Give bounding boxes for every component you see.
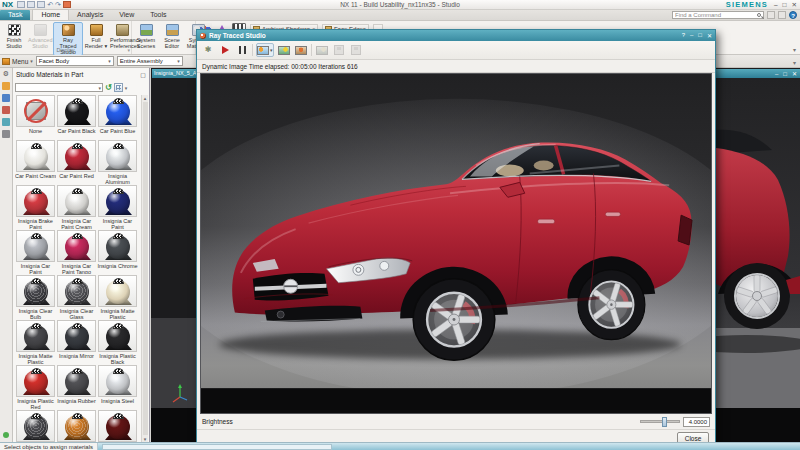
restore-icon[interactable]: □ bbox=[783, 1, 787, 9]
dialog-window-controls: ?–□✕ bbox=[682, 32, 712, 39]
close-icon[interactable]: ✕ bbox=[792, 1, 797, 9]
image-quality-icon[interactable] bbox=[277, 43, 291, 57]
ribbon-tabs: TaskHomeAnalysisViewTools bbox=[0, 10, 175, 20]
dialog-title-bar[interactable]: Ray Traced Studio ?–□✕ bbox=[197, 30, 715, 41]
material-swatch[interactable]: Insignia Brake Paint bbox=[15, 185, 56, 230]
tab-home[interactable]: Home bbox=[32, 9, 69, 20]
material-swatch[interactable]: Insignia Steel bbox=[97, 365, 138, 410]
material-swatch[interactable]: Insignia Clear Glass bbox=[56, 275, 97, 320]
ray-traced-studio-dialog[interactable]: Ray Traced Studio ?–□✕ ✱▾ Dynamic Image … bbox=[196, 29, 716, 447]
checker-cap-icon bbox=[113, 413, 124, 419]
reuse-library-icon[interactable] bbox=[2, 130, 10, 138]
online-status-icon bbox=[3, 432, 9, 438]
material-filter-dropdown[interactable]: ▾ bbox=[15, 83, 103, 92]
chevron-down-icon[interactable]: ▾ bbox=[125, 85, 128, 91]
start-render-icon[interactable] bbox=[218, 43, 232, 57]
save-all-icon[interactable] bbox=[37, 1, 45, 8]
window-list-icon[interactable] bbox=[767, 11, 775, 19]
material-swatch[interactable]: Insignia Clear Bulb bbox=[15, 275, 56, 320]
brightness-slider[interactable] bbox=[640, 420, 680, 423]
tab-tools[interactable]: Tools bbox=[142, 10, 174, 20]
image-display-icon[interactable] bbox=[294, 43, 308, 57]
material-swatch[interactable]: Car Paint Blue bbox=[97, 95, 138, 140]
material-swatch[interactable]: Insignia Aluminum bbox=[97, 140, 138, 185]
pause-render-icon[interactable] bbox=[235, 43, 249, 57]
minimize-icon[interactable]: – bbox=[774, 1, 778, 9]
material-swatch[interactable]: Insignia Car Paint Tango bbox=[56, 230, 97, 275]
material-swatch[interactable] bbox=[15, 410, 56, 442]
scroll-track[interactable] bbox=[143, 102, 148, 435]
history-palette-icon[interactable] bbox=[2, 118, 10, 126]
part-navigator-icon[interactable] bbox=[2, 82, 10, 90]
material-swatch[interactable]: Insignia Matte Plastic bbox=[97, 275, 138, 320]
system-scenes-button[interactable]: System Scenes bbox=[133, 22, 159, 50]
full-render-icon bbox=[90, 24, 103, 36]
render-options-icon[interactable]: ✱ bbox=[201, 43, 215, 57]
selection-scope-dropdown[interactable]: Entire Assembly▾ bbox=[117, 56, 183, 66]
maximize-icon[interactable]: □ bbox=[783, 71, 787, 77]
tab-view[interactable]: View bbox=[111, 10, 142, 20]
render-image bbox=[200, 73, 712, 414]
view-mode-icon[interactable] bbox=[114, 83, 123, 92]
material-swatch[interactable]: Insignia Car Paint bbox=[97, 185, 138, 230]
panel-undock-icon[interactable]: ▢ bbox=[140, 71, 146, 78]
material-swatch[interactable]: Insignia Car Paint Cream bbox=[56, 185, 97, 230]
help-icon[interactable]: ? bbox=[789, 11, 797, 19]
material-swatch[interactable]: Insignia Plastic Red bbox=[15, 365, 56, 410]
dialog-minimize-icon[interactable]: – bbox=[690, 32, 693, 39]
selection-filter-dropdown[interactable]: Facet Body▾ bbox=[36, 56, 114, 66]
static-image-menu-icon[interactable]: ▾ bbox=[256, 43, 274, 57]
system-scenes-label: System Scenes bbox=[134, 37, 158, 49]
toolbar-options-chevron-icon[interactable]: ▾ bbox=[793, 59, 796, 66]
material-swatch[interactable]: Insignia Plastic Black bbox=[97, 320, 138, 365]
material-sphere-icon bbox=[98, 185, 137, 217]
minimize-icon[interactable]: – bbox=[775, 71, 778, 77]
material-swatch[interactable] bbox=[56, 410, 97, 442]
tab-analysis[interactable]: Analysis bbox=[69, 10, 111, 20]
ray-traced-studio-icon bbox=[62, 24, 75, 36]
save-icon[interactable] bbox=[17, 1, 25, 8]
chevron-down-icon: ▾ bbox=[270, 47, 273, 53]
scroll-up-icon[interactable]: ▴ bbox=[144, 95, 147, 101]
material-swatch[interactable]: Insignia Matte Plastic bbox=[15, 320, 56, 365]
scene-editor-button[interactable]: Scene Editor bbox=[159, 22, 185, 50]
dialog-close-icon[interactable]: ✕ bbox=[707, 32, 712, 39]
ribbon-options-chevron-icon[interactable]: ▾ bbox=[793, 46, 796, 53]
touch-mode-icon[interactable] bbox=[63, 1, 71, 8]
screenshot-icon[interactable] bbox=[778, 11, 786, 19]
constraint-navigator-icon[interactable] bbox=[2, 106, 10, 114]
dialog-help-icon[interactable]: ? bbox=[682, 32, 685, 39]
material-label: Insignia Car Paint Tango bbox=[56, 262, 97, 274]
materials-scrollbar[interactable]: ▴ ▾ bbox=[141, 95, 148, 442]
material-swatch[interactable]: Insignia Car Paint bbox=[15, 230, 56, 275]
material-swatch[interactable]: None bbox=[15, 95, 56, 140]
tab-task[interactable]: Task bbox=[0, 10, 30, 20]
checker-cap-icon bbox=[72, 323, 83, 329]
assembly-navigator-icon[interactable] bbox=[2, 94, 10, 102]
material-swatch[interactable]: Insignia Rubber bbox=[56, 365, 97, 410]
roles-gear-icon[interactable]: ⚙ bbox=[3, 70, 9, 78]
group-launcher-icon[interactable]: ▾ bbox=[127, 47, 130, 54]
find-command-box[interactable]: Find a Command bbox=[672, 11, 764, 19]
brightness-value-field[interactable]: 4.0000 bbox=[683, 417, 710, 427]
checker-cap-icon bbox=[113, 323, 124, 329]
material-swatch[interactable]: Car Paint Red bbox=[56, 140, 97, 185]
display-group-label: Display bbox=[0, 47, 131, 54]
material-swatch[interactable]: Insignia Chrome bbox=[97, 230, 138, 275]
redo-icon[interactable]: ↷ bbox=[55, 1, 61, 8]
status-bar: Select objects to assign materials bbox=[0, 442, 800, 450]
save-as-icon[interactable] bbox=[27, 1, 35, 8]
close-icon[interactable]: ✕ bbox=[792, 70, 797, 77]
undo-icon[interactable]: ↶ bbox=[47, 1, 53, 8]
material-swatch[interactable]: Car Paint Black bbox=[56, 95, 97, 140]
refresh-materials-icon[interactable]: ↺ bbox=[105, 83, 112, 92]
menu-button[interactable]: Menu ▾ bbox=[2, 58, 33, 65]
material-swatch[interactable]: Insignia Mirror bbox=[56, 320, 97, 365]
part-window-tab[interactable]: Insignia_NX_5_A_N bbox=[152, 69, 198, 78]
material-swatch[interactable]: Car Paint Cream bbox=[15, 140, 56, 185]
resource-bar: ⚙ bbox=[0, 68, 13, 442]
dialog-maximize-icon[interactable]: □ bbox=[698, 32, 702, 39]
slider-handle[interactable] bbox=[662, 417, 667, 427]
material-sphere-icon bbox=[98, 275, 137, 307]
material-swatch[interactable] bbox=[97, 410, 138, 442]
